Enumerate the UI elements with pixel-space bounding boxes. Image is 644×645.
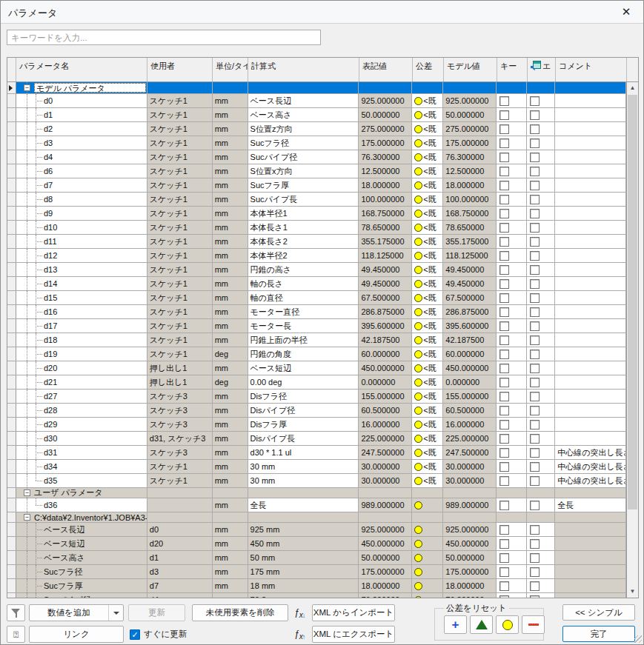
export-checkbox[interactable]	[530, 567, 540, 577]
unit-cell[interactable]: mm	[213, 178, 248, 192]
tolerance-yellow-circle-icon[interactable]	[414, 181, 422, 190]
unit-cell[interactable]: deg	[213, 375, 248, 389]
nominal-cell[interactable]: 168.750000	[359, 207, 412, 220]
tolerance-yellow-circle-icon[interactable]	[414, 280, 422, 288]
exp-cell[interactable]	[527, 150, 555, 164]
name-cell[interactable]: Sucフラ径	[16, 565, 147, 578]
key-checkbox[interactable]	[499, 434, 509, 444]
tolerance-yellow-circle-icon[interactable]	[414, 449, 422, 457]
rowhead-cell[interactable]	[7, 333, 16, 347]
exp-cell[interactable]	[527, 319, 555, 332]
key-checkbox[interactable]	[499, 335, 509, 345]
comment-cell[interactable]	[555, 291, 626, 304]
model-cell[interactable]: 225.000000	[443, 432, 497, 445]
key-checkbox[interactable]	[499, 501, 509, 510]
exp-cell[interactable]	[527, 418, 555, 431]
name-cell[interactable]: ベース短辺	[16, 537, 147, 550]
key-checkbox[interactable]	[499, 525, 509, 535]
key-cell[interactable]	[497, 150, 527, 164]
model-cell[interactable]: 155.000000	[443, 390, 497, 403]
tol-cell[interactable]: <既	[412, 375, 443, 389]
exp-cell[interactable]	[527, 235, 555, 248]
key-cell[interactable]	[497, 263, 527, 276]
key-checkbox[interactable]	[499, 195, 509, 204]
parameter-row[interactable]: d13スケッチ1mm円錐の高さ49.450000<既49.450000	[7, 263, 626, 277]
eq-cell[interactable]: 925 mm	[248, 523, 359, 536]
user-cell[interactable]: スケッチ1	[147, 333, 213, 347]
comment-cell[interactable]	[555, 178, 626, 192]
tolerance-yellow-circle-icon[interactable]	[414, 421, 422, 429]
parameter-row[interactable]: d19スケッチ1deg円錐の角度60.000000<既60.000000	[7, 347, 626, 361]
key-cell[interactable]	[497, 488, 527, 498]
link-button[interactable]: リンク	[29, 626, 124, 643]
export-checkbox[interactable]	[530, 406, 540, 415]
unit-cell[interactable]: mm	[213, 263, 248, 276]
comment-cell[interactable]	[555, 277, 626, 290]
rowhead-cell[interactable]	[7, 249, 16, 262]
user-cell[interactable]: d0	[147, 523, 213, 536]
tolerance-yellow-circle-icon[interactable]	[414, 167, 422, 176]
model-cell[interactable]: 925.000000	[443, 94, 497, 107]
nominal-cell[interactable]: 395.600000	[359, 319, 412, 332]
export-checkbox[interactable]	[530, 167, 540, 176]
export-checkbox[interactable]	[530, 539, 540, 549]
tolerance-yellow-circle-icon[interactable]	[414, 568, 422, 576]
eq-cell[interactable]: ベース短辺	[248, 361, 359, 375]
comment-cell[interactable]	[555, 94, 626, 107]
name-cell[interactable]: Sucフラ厚	[16, 579, 147, 592]
tolerance-yellow-circle-icon[interactable]	[414, 336, 422, 344]
comment-cell[interactable]	[555, 193, 626, 206]
key-cell[interactable]	[497, 418, 527, 431]
model-cell[interactable]: 67.500000	[443, 291, 497, 304]
name-cell[interactable]: d6	[16, 164, 147, 178]
eq-cell[interactable]: 本体半径2	[248, 249, 359, 262]
model-cell[interactable]: 78.650000	[443, 221, 497, 234]
key-checkbox[interactable]	[499, 307, 509, 317]
model-cell[interactable]: 989.000000	[443, 498, 497, 512]
key-checkbox[interactable]	[499, 364, 509, 373]
model-cell[interactable]: 275.000000	[443, 122, 497, 136]
model-cell[interactable]: 49.450000	[443, 277, 497, 290]
exp-cell[interactable]	[527, 565, 555, 578]
tolerance-yellow-circle-icon[interactable]	[414, 294, 422, 302]
key-cell[interactable]	[497, 593, 527, 598]
tol-cell[interactable]	[412, 537, 443, 550]
eq-cell[interactable]: 450 mm	[248, 537, 359, 550]
export-checkbox[interactable]	[530, 96, 540, 106]
tolerance-plus-button[interactable]: +	[444, 615, 467, 634]
eq-cell[interactable]: Disパイプ径	[248, 404, 359, 417]
comment-cell[interactable]	[555, 108, 626, 121]
nominal-cell[interactable]: 355.175000	[359, 235, 412, 248]
tolerance-yellow-circle-icon[interactable]	[414, 139, 422, 147]
export-checkbox[interactable]	[530, 364, 540, 373]
tol-cell[interactable]: <既	[412, 94, 443, 107]
eq-cell[interactable]	[248, 82, 359, 93]
vertical-scrollbar[interactable]: ▲ ▼	[626, 82, 638, 598]
key-checkbox[interactable]	[499, 110, 509, 120]
name-cell[interactable]: d13	[16, 263, 147, 276]
key-cell[interactable]	[497, 579, 527, 592]
nominal-cell[interactable]: 78.650000	[359, 221, 412, 234]
export-checkbox[interactable]	[530, 251, 540, 261]
key-cell[interactable]	[497, 235, 527, 248]
eq-cell[interactable]: 本体半径1	[248, 207, 359, 220]
model-cell[interactable]: 76.300000	[443, 150, 497, 164]
rowhead-cell[interactable]	[7, 551, 16, 564]
unit-cell[interactable]: mm	[213, 207, 248, 220]
nominal-cell[interactable]: 49.450000	[359, 277, 412, 290]
user-cell[interactable]: スケッチ1	[147, 94, 213, 107]
key-cell[interactable]	[497, 178, 527, 192]
comment-cell[interactable]	[555, 551, 626, 564]
parameter-row[interactable]: d0スケッチ1mmベース長辺925.000000<既925.000000	[7, 94, 626, 108]
key-checkbox[interactable]	[499, 265, 509, 275]
exp-cell[interactable]	[527, 347, 555, 361]
tolerance-yellow-circle-icon[interactable]	[414, 238, 422, 246]
rowhead-cell[interactable]	[7, 432, 16, 445]
parameter-row[interactable]: d12スケッチ1mm本体半径2118.125000<既118.125000	[7, 249, 626, 263]
unit-cell[interactable]: mm	[213, 150, 248, 164]
user-cell[interactable]: スケッチ1	[147, 221, 213, 234]
user-cell[interactable]: スケッチ1	[147, 164, 213, 178]
group-row[interactable]: −ユーザ パラメータ	[7, 488, 626, 498]
model-cell[interactable]	[443, 488, 497, 498]
eq-cell[interactable]: ベース高さ	[248, 108, 359, 121]
